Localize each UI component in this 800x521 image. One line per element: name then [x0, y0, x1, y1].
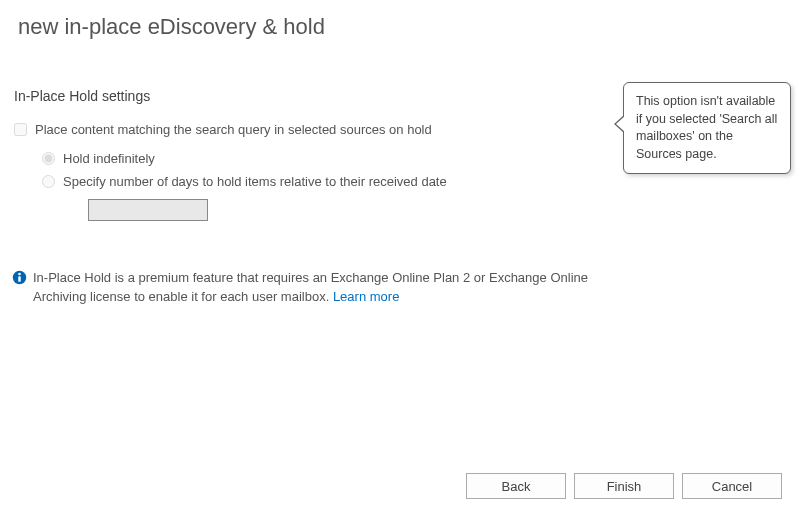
- hold-days-label: Specify number of days to hold items rel…: [63, 174, 447, 189]
- button-bar: Back Finish Cancel: [466, 473, 782, 499]
- tooltip: This option isn't available if you selec…: [623, 82, 791, 174]
- hold-days-input[interactable]: [88, 199, 208, 221]
- tooltip-arrow-inner: [616, 116, 625, 132]
- page-title: new in-place eDiscovery & hold: [0, 0, 800, 40]
- svg-point-1: [18, 273, 21, 276]
- hold-indefinitely-radio[interactable]: [42, 152, 55, 165]
- place-on-hold-checkbox[interactable]: [14, 123, 27, 136]
- learn-more-link[interactable]: Learn more: [333, 289, 399, 304]
- tooltip-text: This option isn't available if you selec…: [636, 94, 777, 161]
- cancel-button[interactable]: Cancel: [682, 473, 782, 499]
- info-message: In-Place Hold is a premium feature that …: [33, 270, 588, 304]
- hold-days-radio[interactable]: [42, 175, 55, 188]
- info-text: In-Place Hold is a premium feature that …: [33, 269, 600, 307]
- info-block: In-Place Hold is a premium feature that …: [0, 221, 800, 307]
- back-button[interactable]: Back: [466, 473, 566, 499]
- place-on-hold-label: Place content matching the search query …: [35, 122, 432, 137]
- hold-indefinitely-label: Hold indefinitely: [63, 151, 155, 166]
- finish-button[interactable]: Finish: [574, 473, 674, 499]
- info-icon: [12, 270, 27, 288]
- svg-rect-2: [18, 276, 20, 282]
